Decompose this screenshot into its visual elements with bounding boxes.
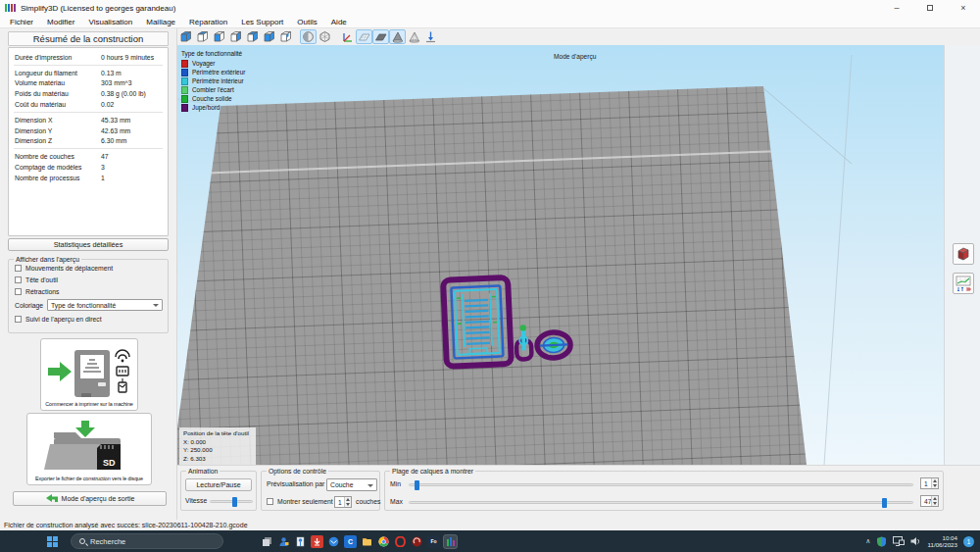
view-toolbar: [177, 28, 980, 45]
titlebar: Simplify3D (Licensed to georges garandea…: [0, 0, 980, 16]
export-to-disk-button[interactable]: SD Exporter le fichier de construction v…: [26, 413, 152, 485]
solid-render-icon[interactable]: [389, 29, 406, 44]
speed-slider-handle[interactable]: [232, 497, 237, 507]
stat-row: Durée d'impression0 hours 9 minutes: [9, 52, 168, 63]
min-layer-spinner[interactable]: 1: [920, 477, 939, 489]
speed-slider[interactable]: [210, 500, 253, 503]
spinner-down-button[interactable]: [345, 502, 351, 507]
legend-chip: [181, 86, 188, 94]
retractions-checkbox[interactable]: [15, 288, 22, 295]
task-chrome-icon[interactable]: [377, 535, 390, 548]
cross-section-view-icon[interactable]: [300, 29, 317, 44]
clock[interactable]: 10:04 11/06/2023: [927, 534, 957, 548]
wireframe-render-icon[interactable]: [406, 29, 422, 44]
min-layer-slider[interactable]: [409, 483, 913, 486]
menu-maillage[interactable]: Maillage: [139, 18, 182, 26]
stat-row: Longueur du filament0.13 m: [9, 68, 168, 78]
windows-taskbar: Recherche C Fo ∧ 10:04 11/06/202: [0, 530, 980, 552]
start-button[interactable]: [43, 532, 61, 550]
live-preview-checkbox[interactable]: [15, 316, 22, 323]
task-window-stack-icon[interactable]: [261, 535, 273, 548]
tray-shield-icon[interactable]: [876, 536, 887, 547]
task-remote-app-icon[interactable]: [277, 535, 290, 548]
stat-row: Nombre de couches47: [9, 151, 168, 162]
stat-row: Dimension Y42.63 mm: [9, 125, 168, 136]
exit-preview-mode-button[interactable]: Mode d'aperçu de sortie: [13, 491, 167, 506]
tray-display-icon[interactable]: [893, 536, 905, 546]
notification-badge[interactable]: 1: [963, 536, 974, 547]
legend-chip: [181, 60, 188, 68]
menu-aide[interactable]: Aide: [324, 18, 354, 26]
view-back-cube-icon[interactable]: [194, 29, 211, 44]
menu-reparation[interactable]: Réparation: [182, 18, 234, 26]
toolhead-checkbox[interactable]: [15, 276, 22, 283]
task-opera-icon[interactable]: [394, 535, 407, 548]
view-top-cube-icon[interactable]: [244, 29, 261, 44]
search-icon: [79, 538, 85, 544]
menu-fichier[interactable]: Fichier: [3, 18, 40, 26]
task-commander-app-icon[interactable]: C: [344, 535, 357, 548]
menu-les-support[interactable]: Les Support: [234, 18, 290, 26]
tray-volume-icon[interactable]: [910, 536, 921, 546]
show-only-checkbox[interactable]: [267, 498, 273, 505]
menu-visualisation[interactable]: Visualisation: [81, 18, 139, 26]
play-pause-button[interactable]: Lecture/Pause: [185, 478, 252, 491]
print-to-machine-button[interactable]: Commencer à imprimer sur la machine: [40, 338, 138, 411]
view-iso-cube-icon[interactable]: [277, 29, 294, 44]
show-only-spinner[interactable]: 1: [334, 496, 352, 508]
status-bar: Fichier de construction analysé avec suc…: [0, 520, 980, 530]
minimize-button[interactable]: –: [880, 0, 913, 16]
detailed-stats-button[interactable]: Statistiques détaillées: [8, 238, 169, 251]
view-right-cube-icon[interactable]: [227, 29, 244, 44]
menu-modifier[interactable]: Modifier: [40, 18, 81, 26]
taskbar-search[interactable]: Recherche: [71, 533, 223, 549]
simplify3d-logo-icon: [5, 4, 16, 12]
spinner-down-button[interactable]: [932, 501, 938, 506]
travel-moves-checkbox[interactable]: [15, 265, 22, 272]
max-layer-spinner[interactable]: 47: [920, 495, 939, 507]
task-notes-app-icon[interactable]: [294, 535, 307, 548]
tray-expand-icon[interactable]: ∧: [865, 537, 870, 545]
show-grid-icon[interactable]: [356, 29, 372, 44]
summary-stats-box: Durée d'impression0 hours 9 minutes Long…: [8, 47, 169, 236]
status-message: Fichier de construction analysé avec suc…: [4, 522, 248, 528]
stat-row: Comptage de modèles3: [9, 162, 168, 173]
spinner-down-button[interactable]: [932, 483, 938, 488]
drop-to-bed-icon[interactable]: [422, 29, 439, 44]
view-front-cube-icon[interactable]: [177, 29, 194, 44]
viewport-3d[interactable]: Type de fonctionnalité Voyager Périmètre…: [177, 45, 944, 465]
max-layer-slider-handle[interactable]: [882, 498, 887, 508]
task-file-explorer-icon[interactable]: [361, 535, 373, 548]
min-layer-slider-handle[interactable]: [415, 480, 419, 490]
axis-indicator-icon[interactable]: [339, 29, 356, 44]
view-left-cube-icon[interactable]: [211, 29, 227, 44]
machine-control-panel-button[interactable]: [953, 273, 974, 294]
maximize-icon: [927, 5, 933, 11]
max-layer-slider[interactable]: [409, 501, 913, 504]
stat-row: Volume matériau303 mm^3: [9, 78, 168, 89]
preview-by-select[interactable]: Couche: [326, 478, 377, 491]
close-button[interactable]: ×: [947, 0, 980, 16]
folder-sd-icon: SD: [34, 419, 144, 476]
layer-range-group: Plage de calques à montrer Min 1 Max 47: [384, 471, 944, 511]
simplify3d-window: Simplify3D (Licensed to georges garandea…: [0, 0, 980, 552]
stat-row: Poids du matériau0.38 g (0.00 lb): [9, 88, 168, 99]
task-simplify3d-icon[interactable]: [444, 535, 457, 548]
task-fo-app-icon[interactable]: Fo: [427, 535, 440, 548]
simplify3d-bars-icon: [447, 537, 455, 546]
control-options-group: Options de contrôle Prévisualisation par…: [261, 471, 380, 511]
window-title: Simplify3D (Licensed to georges garandea…: [21, 4, 175, 13]
view-bottom-cube-icon[interactable]: [261, 29, 277, 44]
maximize-button[interactable]: [913, 0, 947, 16]
task-mail-app-icon[interactable]: [327, 535, 340, 548]
cross-section-tool-button[interactable]: [953, 243, 974, 265]
stat-row: Nombre de processus1: [9, 173, 168, 183]
perspective-view-icon[interactable]: [317, 29, 333, 44]
show-build-plate-icon[interactable]: [372, 29, 389, 44]
menu-outils[interactable]: Outils: [290, 18, 323, 26]
menubar: Fichier Modifier Visualisation Maillage …: [0, 16, 980, 28]
legend-chip: [181, 104, 188, 112]
coloring-select[interactable]: Type de fonctionnalité: [47, 299, 163, 311]
task-red-app-icon[interactable]: [311, 535, 323, 548]
task-anydesk-icon[interactable]: [411, 535, 423, 548]
